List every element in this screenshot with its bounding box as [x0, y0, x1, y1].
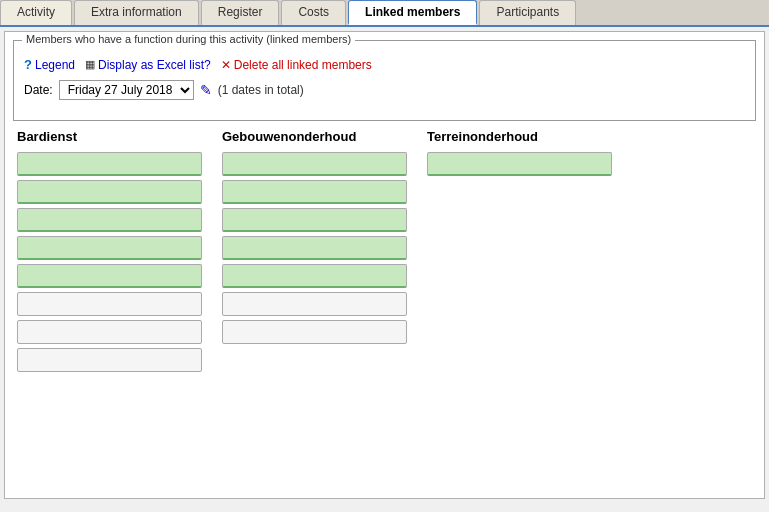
delete-icon: ✕ — [221, 58, 231, 72]
tab-participants[interactable]: Participants — [479, 0, 576, 25]
member-slot[interactable] — [17, 236, 202, 260]
date-info: (1 dates in total) — [218, 83, 304, 97]
column-gebouwenonderhoud: Gebouwenonderhoud — [222, 129, 407, 376]
question-icon: ? — [24, 57, 32, 72]
member-slot[interactable] — [222, 320, 407, 344]
member-slot[interactable] — [17, 152, 202, 176]
excel-link[interactable]: ▦ Display as Excel list? — [85, 58, 211, 72]
member-slot[interactable] — [17, 292, 202, 316]
member-slot[interactable] — [17, 348, 202, 372]
column-header-gebouwenonderhoud: Gebouwenonderhoud — [222, 129, 407, 144]
date-label: Date: — [24, 83, 53, 97]
member-slot[interactable] — [17, 180, 202, 204]
toolbar: ? Legend ▦ Display as Excel list? ✕ Dele… — [24, 57, 745, 72]
column-header-terreinonderhoud: Terreinonderhoud — [427, 129, 612, 144]
legend-link[interactable]: ? Legend — [24, 57, 75, 72]
column-bardienst: Bardienst — [17, 129, 202, 376]
member-slot[interactable] — [222, 292, 407, 316]
delete-label: Delete all linked members — [234, 58, 372, 72]
member-slot[interactable] — [17, 264, 202, 288]
member-slot[interactable] — [222, 208, 407, 232]
member-slot[interactable] — [222, 236, 407, 260]
tab-extra-information[interactable]: Extra information — [74, 0, 199, 25]
member-slot[interactable] — [222, 152, 407, 176]
date-select[interactable]: Friday 27 July 2018 — [59, 80, 194, 100]
member-slot[interactable] — [222, 180, 407, 204]
tab-bar: ActivityExtra informationRegisterCostsLi… — [0, 0, 769, 27]
section-legend: Members who have a function during this … — [22, 33, 355, 45]
excel-icon: ▦ — [85, 58, 95, 71]
linked-members-section: Members who have a function during this … — [13, 40, 756, 121]
edit-icon[interactable]: ✎ — [200, 82, 212, 98]
excel-label: Display as Excel list? — [98, 58, 211, 72]
tab-linked-members[interactable]: Linked members — [348, 0, 477, 25]
column-terreinonderhoud: Terreinonderhoud — [427, 129, 612, 376]
member-slot[interactable] — [17, 320, 202, 344]
member-slot[interactable] — [17, 208, 202, 232]
tab-costs[interactable]: Costs — [281, 0, 346, 25]
tab-register[interactable]: Register — [201, 0, 280, 25]
member-slot[interactable] — [427, 152, 612, 176]
columns-grid: BardienstGebouwenonderhoudTerreinonderho… — [13, 129, 756, 376]
main-content: Members who have a function during this … — [4, 31, 765, 499]
member-slot[interactable] — [222, 264, 407, 288]
tab-activity[interactable]: Activity — [0, 0, 72, 25]
delete-link[interactable]: ✕ Delete all linked members — [221, 58, 372, 72]
column-header-bardienst: Bardienst — [17, 129, 202, 144]
legend-label: Legend — [35, 58, 75, 72]
date-row: Date: Friday 27 July 2018 ✎ (1 dates in … — [24, 80, 745, 100]
